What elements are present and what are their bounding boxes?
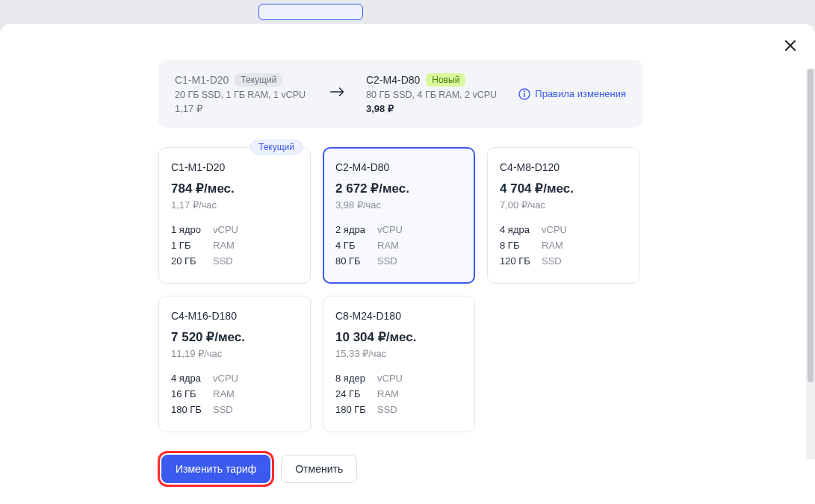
summary-current-specs: 20 ГБ SSD, 1 ГБ RAM, 1 vCPU: [175, 90, 309, 100]
plan-name: C4-M16-D180: [171, 310, 298, 322]
cancel-button[interactable]: Отменить: [281, 455, 357, 483]
tariff-summary: C1-M1-D20 Текущий 20 ГБ SSD, 1 ГБ RAM, 1…: [158, 60, 642, 128]
summary-current-price: 1,17 ₽: [175, 103, 309, 114]
plan-name: C2-M4-D80: [335, 161, 462, 173]
plan-card[interactable]: ТекущийC1-M1-D20784 ₽/мес.1,17 ₽/час1 яд…: [158, 147, 311, 284]
plan-hour-price: 1,17 ₽/час: [171, 199, 298, 211]
spec-row: 1 ГБRAM: [171, 240, 298, 251]
spec-value: 120 ГБ: [500, 255, 536, 267]
plan-name: C8-M24-D180: [335, 310, 462, 322]
spec-row: 8 ядерvCPU: [335, 373, 462, 384]
spec-label: SSD: [542, 255, 562, 267]
plan-month-price: 7 520 ₽/мес.: [171, 329, 298, 345]
spec-row: 8 ГБRAM: [500, 240, 627, 251]
spec-value: 16 ГБ: [171, 388, 207, 399]
spec-row: 20 ГБSSD: [171, 255, 298, 267]
plan-month-price: 10 304 ₽/мес.: [335, 329, 462, 345]
spec-label: RAM: [213, 240, 235, 251]
spec-row: 180 ГБSSD: [335, 404, 462, 415]
summary-current-badge: Текущий: [235, 73, 282, 87]
spec-row: 4 ГБRAM: [335, 240, 462, 251]
plan-card[interactable]: C2-M4-D802 672 ₽/мес.3,98 ₽/час2 ядраvCP…: [323, 147, 475, 284]
spec-label: RAM: [377, 240, 399, 251]
spec-value: 180 ГБ: [335, 404, 371, 415]
change-rules-label: Правила изменения: [535, 88, 626, 99]
spec-row: 24 ГБRAM: [335, 388, 462, 399]
summary-new-badge: Новый: [426, 73, 465, 87]
plan-card[interactable]: C8-M24-D18010 304 ₽/мес.15,33 ₽/час8 яде…: [323, 296, 475, 432]
plan-hour-price: 7,00 ₽/час: [500, 199, 627, 211]
arrow-right-icon: [330, 87, 345, 99]
spec-label: vCPU: [377, 373, 403, 384]
spec-label: vCPU: [377, 224, 403, 235]
plan-grid: ТекущийC1-M1-D20784 ₽/мес.1,17 ₽/час1 яд…: [158, 147, 642, 432]
spec-label: RAM: [377, 388, 399, 399]
info-icon: [518, 88, 530, 100]
change-tariff-modal: C1-M1-D20 Текущий 20 ГБ SSD, 1 ГБ RAM, 1…: [0, 24, 815, 504]
plan-hour-price: 3,98 ₽/час: [335, 199, 462, 211]
plan-card[interactable]: C4-M16-D1807 520 ₽/мес.11,19 ₽/час4 ядра…: [158, 296, 311, 432]
summary-new-name: C2-M4-D80: [366, 74, 420, 86]
spec-label: SSD: [377, 255, 397, 267]
spec-value: 80 ГБ: [335, 255, 371, 267]
plan-hour-price: 11,19 ₽/час: [171, 348, 298, 359]
spec-row: 80 ГБSSD: [335, 255, 462, 267]
spec-value: 20 ГБ: [171, 255, 207, 267]
svg-point-2: [524, 90, 525, 92]
plan-month-price: 784 ₽/мес.: [171, 181, 298, 196]
spec-row: 120 ГБSSD: [500, 255, 627, 267]
spec-value: 1 ГБ: [171, 240, 207, 251]
spec-label: SSD: [213, 255, 233, 267]
current-chip: Текущий: [250, 140, 303, 155]
spec-row: 16 ГБRAM: [171, 388, 298, 399]
close-icon: [784, 40, 796, 52]
spec-row: 2 ядраvCPU: [335, 224, 462, 235]
plan-month-price: 4 704 ₽/мес.: [500, 181, 627, 196]
spec-value: 180 ГБ: [171, 404, 207, 415]
summary-current-name: C1-M1-D20: [175, 74, 229, 86]
plan-name: C1-M1-D20: [171, 161, 298, 173]
spec-label: RAM: [542, 240, 563, 251]
spec-label: RAM: [213, 388, 235, 399]
spec-value: 2 ядра: [335, 224, 371, 235]
spec-label: vCPU: [213, 224, 238, 235]
plan-month-price: 2 672 ₽/мес.: [335, 181, 462, 196]
plan-name: C4-M8-D120: [500, 161, 627, 173]
spec-label: SSD: [377, 404, 397, 415]
spec-label: vCPU: [542, 224, 567, 235]
plan-hour-price: 15,33 ₽/час: [335, 348, 462, 359]
summary-new: C2-M4-D80 Новый 80 ГБ SSD, 4 ГБ RAM, 2 v…: [366, 73, 501, 114]
spec-row: 1 ядроvCPU: [171, 224, 298, 235]
scrollbar-thumb[interactable]: [808, 69, 814, 382]
spec-value: 1 ядро: [171, 224, 207, 235]
close-button[interactable]: [782, 37, 799, 54]
spec-value: 4 ядра: [171, 373, 207, 384]
spec-value: 24 ГБ: [335, 388, 371, 399]
spec-value: 8 ГБ: [500, 240, 536, 251]
summary-new-price: 3,98 ₽: [366, 103, 501, 114]
spec-row: 180 ГБSSD: [171, 404, 298, 415]
summary-current: C1-M1-D20 Текущий 20 ГБ SSD, 1 ГБ RAM, 1…: [175, 73, 309, 114]
change-rules-link[interactable]: Правила изменения: [518, 88, 626, 100]
scrollbar[interactable]: [806, 69, 815, 459]
spec-label: vCPU: [213, 373, 238, 384]
change-tariff-button[interactable]: Изменить тариф: [161, 455, 270, 483]
spec-value: 8 ядер: [335, 373, 371, 384]
spec-value: 4 ядра: [500, 224, 536, 235]
spec-row: 4 ядраvCPU: [171, 373, 298, 384]
spec-label: SSD: [213, 404, 233, 415]
plan-card[interactable]: C4-M8-D1204 704 ₽/мес.7,00 ₽/час4 ядраvC…: [487, 147, 639, 284]
summary-new-specs: 80 ГБ SSD, 4 ГБ RAM, 2 vCPU: [366, 90, 501, 100]
spec-row: 4 ядраvCPU: [500, 224, 627, 235]
spec-value: 4 ГБ: [335, 240, 371, 251]
